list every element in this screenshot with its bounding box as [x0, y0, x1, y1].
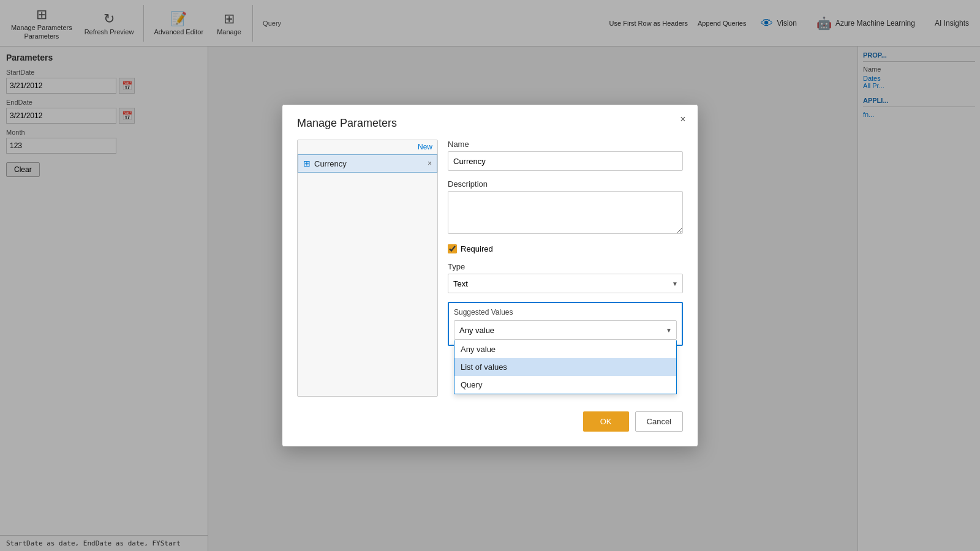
description-form-label: Description — [448, 179, 683, 189]
required-checkbox-row: Required — [448, 244, 683, 253]
new-parameter-link[interactable]: New — [298, 140, 437, 154]
dropdown-option-list-of-values[interactable]: List of values — [454, 358, 676, 376]
parameter-item-label: Currency — [314, 159, 424, 168]
modal-footer: OK Cancel — [297, 411, 683, 432]
modal-title-bar: Manage Parameters — [297, 117, 683, 130]
suggested-values-select[interactable]: Any value List of values Query — [454, 320, 677, 340]
modal-close-button[interactable]: × — [676, 112, 690, 127]
type-form-row: Type Text Number Date DateTime Logical ▼ — [448, 262, 683, 293]
type-form-label: Type — [448, 262, 683, 271]
suggested-values-section: Suggested Values Any value List of value… — [448, 302, 683, 346]
parameter-form-panel: Name Description Required Type — [448, 140, 683, 397]
dropdown-option-any-value[interactable]: Any value — [454, 340, 676, 358]
required-label: Required — [461, 244, 493, 253]
modal-overlay: Manage Parameters × New ⊞ Currency × Nam… — [0, 0, 980, 551]
description-form-row: Description — [448, 179, 683, 236]
ok-button[interactable]: OK — [583, 411, 629, 432]
name-form-row: Name — [448, 140, 683, 171]
description-textarea[interactable] — [448, 191, 683, 234]
type-select-wrapper: Text Number Date DateTime Logical ▼ — [448, 274, 683, 293]
parameter-item-icon: ⊞ — [303, 159, 311, 168]
currency-parameter-item[interactable]: ⊞ Currency × — [298, 154, 437, 173]
parameter-list-panel: New ⊞ Currency × — [297, 140, 438, 397]
parameter-item-close[interactable]: × — [428, 159, 432, 168]
suggested-values-dropdown: Any value List of values Query — [454, 340, 677, 394]
modal-body: New ⊞ Currency × Name Description — [297, 140, 683, 397]
suggested-values-label: Suggested Values — [454, 308, 677, 317]
required-checkbox[interactable] — [448, 244, 457, 253]
dropdown-option-query[interactable]: Query — [454, 376, 676, 394]
name-form-label: Name — [448, 140, 683, 149]
type-select[interactable]: Text Number Date DateTime Logical — [448, 274, 683, 293]
name-form-input[interactable] — [448, 151, 683, 171]
manage-parameters-modal: Manage Parameters × New ⊞ Currency × Nam… — [282, 104, 698, 447]
suggested-select-wrapper: Any value List of values Query ▼ Any val… — [454, 320, 677, 340]
cancel-button[interactable]: Cancel — [635, 411, 683, 432]
modal-title: Manage Parameters — [297, 117, 397, 130]
